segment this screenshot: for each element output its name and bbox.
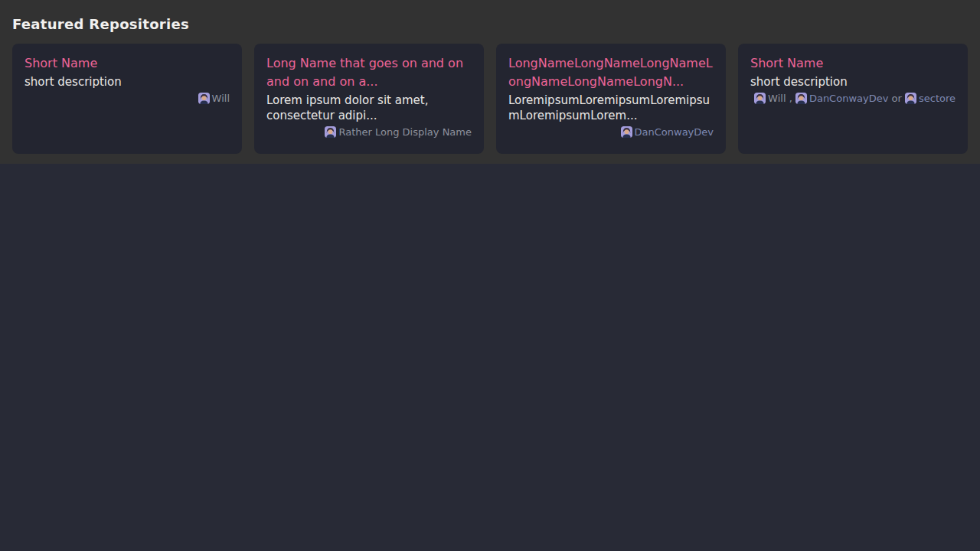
featured-repos-section: Featured Repositories Short Name short d… — [0, 0, 980, 164]
repo-description: LoremipsumLoremipsumLoremipsumLoremipsum… — [508, 93, 714, 123]
repo-name-link[interactable]: Short Name — [24, 54, 230, 73]
maintainer-name: Will — [212, 93, 230, 104]
maintainer-name: Rather Long Display Name — [338, 126, 472, 138]
repo-name-link[interactable]: Long Name that goes on and on and on and… — [266, 54, 472, 91]
maintainers-row: Rather Long Display Name — [266, 126, 472, 139]
maintainers-row: Will — [24, 93, 230, 105]
maintainer-name: DanConwayDev — [635, 126, 714, 138]
person-avatar-icon — [621, 126, 632, 138]
page-title: Featured Repositories — [0, 0, 980, 44]
maintainers-row: Will , DanConwayDev or sectore — [750, 93, 956, 105]
maintainers-row: DanConwayDev — [508, 126, 714, 139]
maintainer-separator: , — [786, 93, 795, 104]
repo-card[interactable]: Long Name that goes on and on and on and… — [254, 44, 484, 154]
maintainer-name: DanConwayDev — [809, 93, 888, 104]
repo-card[interactable]: Short Name short description Will , DanC… — [738, 44, 968, 154]
maintainer-link[interactable]: DanConwayDev — [795, 93, 888, 104]
maintainer-link[interactable]: Rather Long Display Name — [325, 126, 472, 138]
person-avatar-icon — [795, 93, 807, 104]
repo-card[interactable]: LongNameLongNameLongNameLongNameLongName… — [496, 44, 726, 154]
maintainer-link[interactable]: DanConwayDev — [621, 126, 714, 138]
repo-description: short description — [24, 74, 230, 90]
maintainer-name: sectore — [919, 93, 956, 104]
repo-description: short description — [750, 74, 956, 90]
maintainer-name: Will — [768, 93, 786, 104]
repo-description: Lorem ipsum dolor sit amet, consectetur … — [266, 93, 472, 123]
repo-name-link[interactable]: Short Name — [750, 54, 956, 73]
person-avatar-icon — [754, 93, 766, 104]
maintainer-link[interactable]: Will — [198, 93, 230, 104]
repo-name-link[interactable]: LongNameLongNameLongNameLongNameLongName… — [508, 54, 714, 91]
person-avatar-icon — [325, 126, 336, 138]
repo-card[interactable]: Short Name short description Will — [12, 44, 242, 154]
maintainer-link[interactable]: Will — [754, 93, 786, 104]
repo-card-grid: Short Name short description Will Long N… — [0, 44, 980, 154]
maintainer-separator: or — [888, 93, 905, 104]
maintainer-link[interactable]: sectore — [905, 93, 956, 104]
person-avatar-icon — [198, 93, 210, 104]
person-avatar-icon — [905, 93, 916, 104]
